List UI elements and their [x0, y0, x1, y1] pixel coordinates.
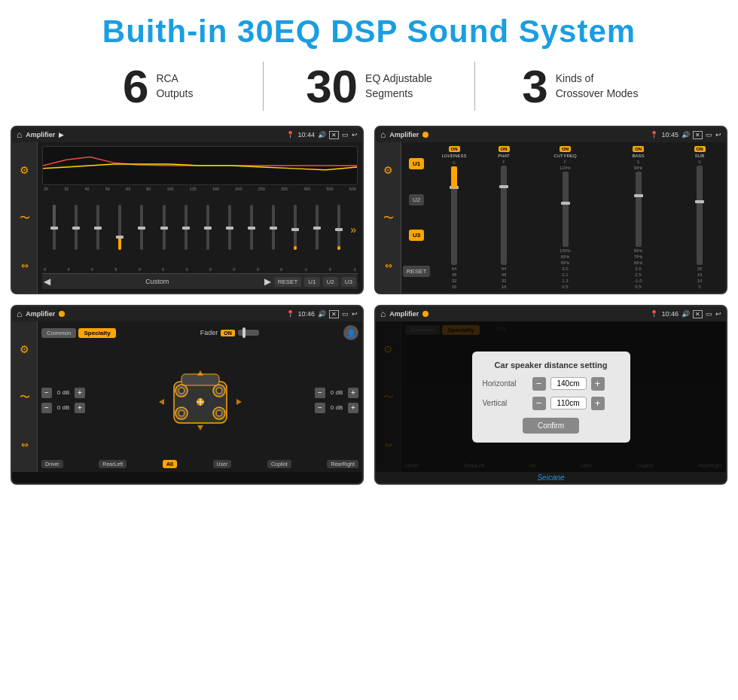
profile-icon[interactable]: 👤	[343, 325, 358, 340]
home-icon-4[interactable]: ⌂	[380, 309, 386, 319]
horizontal-plus[interactable]: +	[591, 377, 605, 391]
eq-slider-11[interactable]	[263, 205, 284, 254]
bass-slider[interactable]	[636, 172, 642, 247]
copilot-btn[interactable]: Copilot	[267, 460, 291, 468]
page-title: Buith-in 30EQ DSP Sound System	[15, 14, 723, 50]
balance-icon-2[interactable]: ⇔	[385, 260, 392, 271]
balance-icon[interactable]: ⇔	[21, 260, 29, 271]
eq-slider-14[interactable]	[328, 205, 349, 254]
eq-values-row: 000500 00000-1 0-1	[42, 267, 358, 272]
eq-slider-13[interactable]	[306, 205, 328, 254]
wave-icon[interactable]: 〜	[20, 212, 30, 225]
phat-toggle[interactable]: ON	[499, 146, 510, 152]
minus-btn-tl[interactable]: −	[41, 388, 52, 398]
u1-btn[interactable]: U1	[304, 277, 319, 287]
cutfreq-toggle[interactable]: ON	[560, 146, 571, 152]
next-btn[interactable]: ▶	[264, 276, 271, 287]
eq-slider-12[interactable]	[285, 205, 306, 254]
balance-icon-3[interactable]: ⇔	[21, 440, 29, 450]
eq-slider-2[interactable]	[66, 205, 87, 254]
x-icon-2[interactable]: ✕	[693, 131, 703, 139]
window-icon-4[interactable]: ▭	[706, 310, 712, 318]
eq-expand-btn[interactable]: »	[350, 224, 356, 236]
sub-slider[interactable]	[697, 166, 703, 265]
bass-label: BASS	[632, 154, 644, 158]
back-icon-2[interactable]: ↩	[715, 131, 721, 138]
eq-slider-4[interactable]	[109, 205, 130, 254]
u2-btn[interactable]: U2	[323, 277, 338, 287]
vertical-minus[interactable]: −	[532, 397, 546, 410]
window-icon-2[interactable]: ▭	[706, 131, 712, 138]
plus-btn-bl[interactable]: +	[75, 403, 85, 413]
back-icon-1[interactable]: ↩	[352, 131, 358, 138]
x-icon-1[interactable]: ✕	[329, 131, 339, 139]
db-ctrl-top-left: − 0 dB +	[41, 388, 85, 398]
screen1-time: 10:44	[297, 131, 315, 138]
preset-u3[interactable]: U3	[409, 230, 424, 241]
plus-btn-tr[interactable]: +	[348, 388, 358, 398]
stat-label-rca: RCAOutputs	[156, 72, 193, 101]
reset-btn[interactable]: RESET	[274, 277, 302, 287]
confirm-button[interactable]: Confirm	[523, 418, 579, 434]
eq-sliders: »	[42, 193, 358, 266]
eq-icon[interactable]: ⚙	[20, 164, 29, 176]
x-icon-4[interactable]: ✕	[693, 310, 703, 318]
window-icon-1[interactable]: ▭	[342, 131, 349, 138]
minus-btn-br[interactable]: −	[315, 403, 325, 413]
cutfreq-slider[interactable]	[563, 172, 569, 247]
rearleft-btn[interactable]: RearLeft	[99, 460, 127, 468]
preset-u1[interactable]: U1	[409, 158, 424, 169]
plus-btn-br[interactable]: +	[348, 403, 358, 413]
eq-slider-5[interactable]	[131, 205, 152, 254]
vertical-plus[interactable]: +	[591, 397, 605, 410]
eq-icon-2[interactable]: ⚙	[383, 164, 393, 176]
sub-toggle[interactable]: ON	[694, 146, 706, 152]
bass-toggle[interactable]: ON	[633, 146, 644, 152]
eq-slider-8[interactable]	[197, 205, 218, 254]
freq-labels: 2532405063 80100125160200 25032040050063…	[42, 187, 358, 191]
left-db-controls: − 0 dB + − 0 dB +	[41, 388, 85, 413]
eq-icon-3[interactable]: ⚙	[20, 343, 29, 355]
fader-slider-h[interactable]	[238, 330, 259, 336]
eq-slider-1[interactable]	[44, 205, 65, 254]
user-btn[interactable]: User	[213, 460, 232, 468]
loudness-toggle[interactable]: ON	[449, 146, 460, 152]
tab-common[interactable]: Common	[41, 328, 76, 338]
volume-icon-3: 🔊	[318, 310, 326, 318]
eq-slider-10[interactable]	[241, 205, 262, 254]
wave-icon-3[interactable]: 〜	[20, 391, 30, 404]
horizontal-minus[interactable]: −	[532, 377, 546, 391]
eq-slider-9[interactable]	[219, 205, 240, 254]
eq-slider-3[interactable]	[87, 205, 108, 254]
eq-slider-7[interactable]	[175, 205, 197, 254]
home-icon-2[interactable]: ⌂	[380, 129, 386, 140]
home-icon-1[interactable]: ⌂	[17, 129, 22, 140]
fader-on-btn[interactable]: ON	[221, 330, 235, 336]
screen1-content: ⚙ 〜 ⇔ 25	[12, 142, 362, 293]
svg-marker-17	[236, 399, 242, 405]
all-btn[interactable]: All	[163, 460, 177, 468]
home-icon-3[interactable]: ⌂	[17, 309, 22, 319]
page-header: Buith-in 30EQ DSP Sound System	[0, 0, 738, 56]
eq-slider-6[interactable]	[153, 205, 174, 254]
minus-btn-bl[interactable]: −	[41, 403, 52, 413]
tab-specialty[interactable]: Specialty	[78, 328, 115, 338]
plus-btn-tl[interactable]: +	[75, 388, 85, 398]
prev-btn[interactable]: ◀	[44, 276, 50, 287]
x-icon-3[interactable]: ✕	[329, 310, 339, 318]
rearright-btn[interactable]: RearRight	[327, 460, 358, 468]
wave-icon-2[interactable]: 〜	[383, 212, 394, 225]
screen1-app-title: Amplifier	[26, 131, 55, 138]
minus-btn-tr[interactable]: −	[315, 388, 325, 398]
driver-btn[interactable]: Driver	[41, 460, 63, 468]
u3-btn[interactable]: U3	[341, 277, 356, 287]
preset-u2[interactable]: U2	[409, 194, 424, 205]
loudness-slider[interactable]	[451, 166, 457, 265]
preset-reset[interactable]: RESET	[403, 266, 431, 277]
horizontal-value: 140cm	[550, 377, 587, 390]
loudness-label: LOUDNESS	[441, 154, 466, 159]
back-icon-4[interactable]: ↩	[715, 310, 721, 318]
back-icon-3[interactable]: ↩	[352, 310, 358, 318]
phat-slider[interactable]	[501, 166, 507, 265]
window-icon-3[interactable]: ▭	[342, 310, 349, 318]
